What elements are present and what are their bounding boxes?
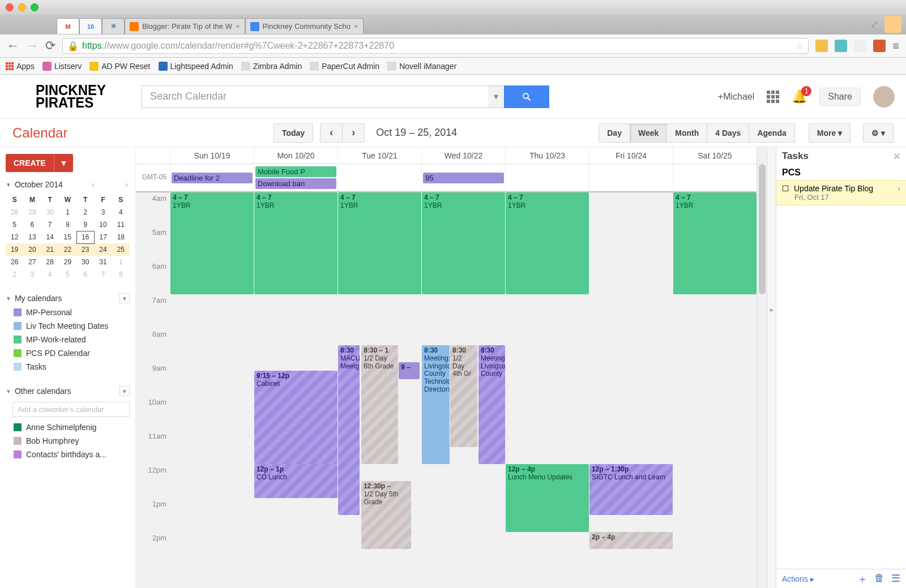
minical-day[interactable]: 19 [6,243,23,256]
today-button[interactable]: Today [273,123,313,143]
day-header[interactable]: Wed 10/22 [421,147,505,164]
minical-day[interactable]: 6 [23,218,41,231]
allday-cell[interactable] [673,164,757,191]
day-column[interactable]: 4 – 71YBR8:30Meeting: Livingston County … [421,192,505,560]
other-calendars-header[interactable]: ▼Other calendars ▼ [6,384,130,398]
minical-day[interactable]: 12 [6,231,23,243]
minical-day[interactable]: 29 [23,206,41,218]
day-header[interactable]: Mon 10/20 [254,147,337,164]
tasks-list-icon[interactable]: ☰ [891,572,900,586]
minical-day[interactable]: 20 [23,243,41,256]
calendar-item[interactable]: Tasks [6,360,130,374]
tasks-close-icon[interactable]: ✕ [893,151,900,162]
nav-back[interactable]: ← [7,38,19,53]
chrome-profile-avatar[interactable] [884,16,901,33]
mac-max[interactable] [31,3,39,11]
create-button[interactable]: CREATE [6,154,54,172]
my-calendars-menu-icon[interactable]: ▼ [119,293,130,303]
allday-cell[interactable] [589,164,673,191]
create-dropdown[interactable]: ▼ [54,154,74,172]
minical-day[interactable]: 26 [6,256,23,268]
minical-day[interactable]: 27 [23,256,41,268]
calendar-event[interactable]: 4 – 71YBR [422,192,505,294]
task-list-name[interactable]: PCS [776,165,906,180]
minical-day[interactable]: 18 [112,231,130,243]
calendar-event[interactable]: 4 – 71YBR [254,192,337,294]
allday-cell[interactable] [505,164,589,191]
calendar-event[interactable]: 8:30 – 11/2 Day 6th Grade [361,345,398,464]
vertical-scrollbar[interactable] [757,147,767,588]
minical-day[interactable]: 29 [59,256,76,268]
calendar-event[interactable]: 12p – 1pCO Lunch [254,464,337,498]
bookmark-item[interactable]: Apps [6,62,35,71]
notifications-icon[interactable]: 🔔1 [792,89,807,104]
minical-day[interactable]: 4 [41,268,59,281]
minical-day[interactable]: 8 [59,218,76,231]
view-agenda[interactable]: Agenda [749,123,794,143]
minical-prev[interactable]: ‹ [90,180,96,189]
settings-button[interactable]: ⚙ ▾ [863,123,894,143]
search-input[interactable]: Search Calendar [142,85,488,108]
view-4days[interactable]: 4 Days [707,123,749,143]
calendar-event[interactable]: 8:301/2 Day 4th Gr [450,345,478,447]
my-calendars-header[interactable]: ▼My calendars ▼ [6,291,130,306]
allday-event[interactable]: 95 [423,173,504,183]
mac-close[interactable] [6,3,14,11]
calendar-item[interactable]: PCS PD Calendar [6,346,130,360]
pinned-tab-gmail[interactable]: M [57,18,79,34]
next-week-button[interactable]: › [342,123,365,143]
calendar-event[interactable]: 8:30Meeting: Livingston County [478,345,505,464]
allday-event[interactable]: Download ban [255,178,336,189]
minical-day[interactable]: 22 [59,243,76,256]
minical-day[interactable]: 21 [41,243,59,256]
minical-day[interactable]: 3 [23,268,41,281]
minical-day[interactable]: 7 [41,218,59,231]
day-header[interactable]: Sun 10/19 [170,147,254,164]
allday-event[interactable]: Mobile Food P [255,166,336,177]
extension-icon-4[interactable] [873,40,886,52]
prev-week-button[interactable]: ‹ [320,123,343,143]
day-column[interactable]: 4 – 71YBR8:30MACUL Meetg8:30 – 11/2 Day … [337,192,421,560]
apps-icon[interactable] [767,91,779,103]
bookmark-item[interactable]: AD PW Reset [89,62,150,71]
calendar-event[interactable]: 4 – 71YBR [673,192,757,294]
minical-day[interactable]: 23 [76,243,94,256]
minical-day[interactable]: 3 [94,206,112,218]
minical-day[interactable]: 10 [94,218,112,231]
nav-forward[interactable]: → [26,38,39,53]
omnibox[interactable]: 🔒 https ://www.google.com /calendar/rend… [62,38,809,54]
allday-cell[interactable]: Mobile Food PDownload ban [254,164,337,191]
calendar-event[interactable]: 4 – 71YBR [170,192,254,294]
other-calendars-menu-icon[interactable]: ▼ [119,386,130,396]
add-coworker-input[interactable]: Add a coworker's calendar [12,402,130,417]
minical-day[interactable]: 16 [76,231,94,243]
minical-day[interactable]: 28 [6,206,23,218]
calendar-event[interactable]: 4 – 71YBR [506,192,589,294]
calendar-event[interactable]: 4 – 71YBR [338,192,421,294]
minical-day[interactable]: 17 [94,231,112,243]
search-button[interactable] [504,85,549,108]
search-dropdown[interactable]: ▾ [488,85,504,108]
minical-day[interactable]: 28 [41,256,59,268]
extension-icon-2[interactable] [835,40,847,52]
tasks-collapse-handle[interactable]: ▸ [767,147,776,588]
tab-close-icon[interactable]: × [236,22,240,31]
minical-day[interactable]: 2 [6,268,23,281]
browser-tab-2[interactable]: Pinckney Community Scho × [245,18,364,34]
minical-day[interactable]: 8 [112,268,130,281]
allday-cell[interactable] [337,164,421,191]
tasks-actions-button[interactable]: Actions ▸ [782,574,814,583]
calendar-item[interactable]: MP-Personal [6,306,130,319]
view-week[interactable]: Week [630,123,667,143]
minical-day[interactable]: 4 [112,206,130,218]
user-label[interactable]: +Michael [718,92,754,102]
minical-day[interactable]: 7 [94,268,112,281]
extension-icon-1[interactable] [815,40,828,52]
calendar-event[interactable]: 12p – 1:30pSIGTC Lunch and Learn [589,464,673,515]
calendar-event[interactable]: 9:15 – 12pCabinet [254,371,337,464]
minical-day[interactable]: 31 [94,256,112,268]
minical-collapse-icon[interactable]: ▼ [6,182,11,188]
calendar-event[interactable]: 9 – [399,362,420,379]
pinned-tab-calendar[interactable]: 16 [79,18,102,34]
logo[interactable]: PINCKNEYPIRATES [0,75,142,119]
